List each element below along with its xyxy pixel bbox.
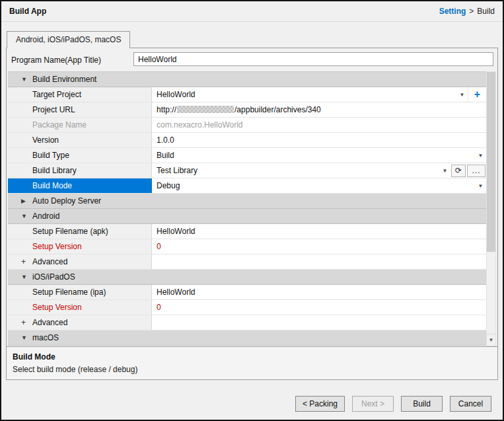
section-row-android[interactable]: ▼Android [8, 209, 486, 224]
row-value[interactable]: Test Library▼⟳... [152, 163, 486, 178]
dialog-title: Build App [9, 7, 46, 16]
grid-row-project-url: Project URLhttp:///appbuilder/archives/3… [8, 102, 486, 118]
row-value[interactable] [152, 315, 486, 330]
row-value-text: Test Library [157, 166, 439, 175]
row-label[interactable]: +Advanced [8, 315, 152, 330]
row-label[interactable]: Target Project [8, 87, 152, 102]
row-label[interactable]: Project URL [8, 102, 152, 117]
redacted-text [177, 106, 234, 113]
expand-icon[interactable]: ▶ [21, 198, 32, 204]
property-description-panel: Build Mode Select build mode (release / … [7, 346, 497, 379]
more-button[interactable]: ... [467, 165, 486, 177]
row-label[interactable]: Build Type [8, 148, 152, 163]
row-value[interactable]: http:///appbuilder/archives/340 [152, 102, 486, 117]
collapse-icon[interactable]: ▼ [21, 334, 32, 341]
row-label-text: Setup Version [32, 242, 82, 251]
breadcrumb-current: Build [477, 7, 495, 16]
row-value[interactable]: HelloWorld [152, 224, 486, 239]
row-label-text: Setup Filename (apk) [32, 227, 108, 236]
expand-icon[interactable]: + [21, 257, 32, 266]
row-label[interactable]: Setup Version [8, 239, 152, 254]
collapse-icon[interactable]: ▼ [21, 213, 32, 219]
row-label-text: Advanced [32, 318, 67, 327]
section-label: Build Environment [32, 75, 96, 84]
build-settings-panel: Program Name(App Title) ▼Build Environme… [6, 48, 498, 380]
row-value[interactable] [152, 254, 486, 269]
row-label-text: Build Type [32, 151, 69, 160]
row-label[interactable]: Build Library [8, 163, 152, 178]
scroll-down-button[interactable]: ▼ [487, 334, 495, 346]
chevron-down-icon: ▼ [489, 337, 494, 343]
grid-row-setup-filename-apk: Setup Filename (apk)HelloWorld [8, 224, 486, 239]
property-grid: ▼Build EnvironmentTarget ProjectHelloWor… [8, 71, 486, 347]
row-value[interactable]: 1.0.0 [152, 133, 486, 147]
row-label[interactable]: Version [8, 133, 152, 147]
row-label[interactable]: Build Mode [8, 178, 152, 193]
section-label: iOS/iPadOS [32, 272, 75, 282]
row-value-text: Debug [157, 181, 475, 190]
section-label: Auto Deploy Server [32, 196, 101, 206]
row-label-text: Build Mode [32, 181, 72, 190]
grid-row-advanced: +Advanced [8, 254, 486, 270]
dropdown-button[interactable]: ▼ [475, 148, 486, 163]
row-label[interactable]: Setup Filename (ipa) [8, 285, 152, 299]
next-button[interactable]: Next > [352, 396, 394, 412]
row-label[interactable]: Setup Version [8, 300, 152, 315]
grid-row-package-name: Package Namecom.nexacro.HelloWorld [8, 118, 486, 133]
grid-row-advanced: +Advanced [8, 315, 486, 330]
add-button[interactable]: + [468, 87, 486, 102]
grid-row-version: Version1.0.0 [8, 133, 486, 148]
scrollbar-thumb[interactable] [487, 72, 495, 252]
row-value[interactable]: com.nexacro.HelloWorld [152, 118, 486, 132]
row-value[interactable]: Debug▼ [152, 178, 486, 193]
row-label[interactable]: +Advanced [8, 254, 152, 269]
row-value-text: 1.0.0 [157, 135, 486, 145]
collapse-icon[interactable]: ▼ [21, 274, 32, 280]
section-label: macOS [32, 333, 59, 342]
row-value-text: com.nexacro.HelloWorld [157, 120, 486, 130]
row-value[interactable]: Build▼ [152, 148, 486, 163]
grid-row-setup-version: Setup Version0 [8, 300, 486, 315]
grid-row-build-mode: Build ModeDebug▼ [8, 178, 486, 194]
dropdown-button[interactable]: ▼ [475, 178, 486, 193]
row-label-text: Package Name [32, 120, 87, 130]
grid-scrollbar[interactable]: ▼ [486, 71, 496, 346]
title-bar: Build App Setting > Build [1, 1, 503, 22]
row-value[interactable]: HelloWorld [152, 285, 486, 299]
row-label-text: Version [32, 135, 59, 145]
packing-button[interactable]: < Packing [295, 396, 345, 412]
row-label-text: Setup Version [32, 303, 82, 312]
section-row-auto-deploy-server[interactable]: ▶Auto Deploy Server [8, 194, 486, 209]
breadcrumb: Setting > Build [439, 7, 495, 16]
build-app-dialog: Build App Setting > Build Android, iOS/i… [0, 0, 504, 421]
tab-android-ios-macos[interactable]: Android, iOS/iPadOS, macOS [7, 31, 130, 48]
row-value[interactable]: HelloWorld▼+ [152, 87, 486, 102]
dropdown-button[interactable]: ▼ [439, 163, 450, 178]
row-value[interactable]: 0 [152, 300, 486, 315]
breadcrumb-setting-link[interactable]: Setting [439, 7, 466, 16]
section-label: Android [32, 211, 59, 221]
grid-row-setup-version: Setup Version0 [8, 239, 486, 254]
property-description-text: Select build mode (release / debug) [13, 365, 491, 374]
row-label-text: Setup Filename (ipa) [32, 287, 106, 297]
section-row-ios-ipados[interactable]: ▼iOS/iPadOS [8, 270, 486, 285]
program-name-input[interactable] [133, 52, 493, 66]
program-name-label: Program Name(App Title) [11, 56, 101, 65]
refresh-button[interactable]: ⟳ [451, 165, 466, 177]
cancel-button[interactable]: Cancel [450, 396, 491, 412]
section-row-build-environment[interactable]: ▼Build Environment [8, 72, 486, 87]
row-value-text: Build [157, 151, 475, 160]
build-button[interactable]: Build [401, 396, 443, 412]
row-label[interactable]: Setup Filename (apk) [8, 224, 152, 239]
row-value-text: HelloWorld [157, 227, 486, 236]
row-value-text: 0 [157, 242, 486, 251]
grid-row-target-project: Target ProjectHelloWorld▼+ [8, 87, 486, 102]
expand-icon[interactable]: + [21, 318, 32, 327]
row-label-text: Project URL [32, 105, 75, 114]
section-row-macos[interactable]: ▼macOS [8, 330, 486, 346]
row-label[interactable]: Package Name [8, 118, 152, 132]
row-value[interactable]: 0 [152, 239, 486, 254]
row-value-text: 0 [157, 303, 486, 312]
collapse-icon[interactable]: ▼ [21, 76, 32, 83]
dropdown-button[interactable]: ▼ [456, 87, 468, 102]
